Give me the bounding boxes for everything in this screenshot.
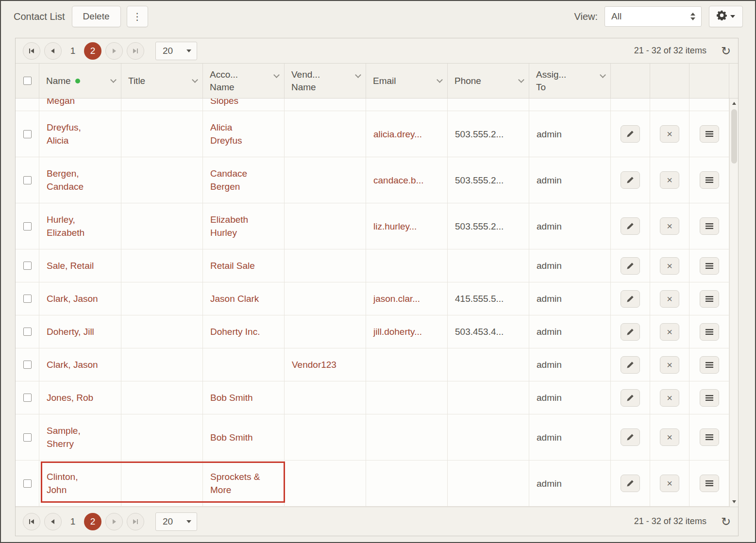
contact-name-link[interactable]: Jones, Rob <box>47 391 93 404</box>
prev-page-button[interactable] <box>44 513 62 530</box>
row-menu-button[interactable] <box>700 257 719 275</box>
page-2-button-current[interactable]: 2 <box>84 42 101 60</box>
refresh-button[interactable]: ↻ <box>721 45 731 57</box>
refresh-button[interactable]: ↻ <box>721 516 731 527</box>
email-link[interactable]: jason.clar... <box>373 292 420 305</box>
edit-button[interactable] <box>621 290 640 308</box>
contact-name-link[interactable]: Megan <box>47 99 75 107</box>
delete-button[interactable]: Delete <box>72 6 121 27</box>
first-page-button[interactable] <box>23 513 40 530</box>
prev-page-button[interactable] <box>44 42 62 60</box>
select-all-checkbox[interactable] <box>23 77 32 85</box>
edit-button[interactable] <box>621 475 640 492</box>
row-checkbox[interactable] <box>23 130 32 138</box>
row-checkbox[interactable] <box>23 176 32 184</box>
email-link[interactable]: candace.b... <box>373 174 424 187</box>
next-page-button[interactable] <box>105 513 123 530</box>
scroll-down-button[interactable] <box>730 497 738 507</box>
last-page-button[interactable] <box>127 513 144 530</box>
edit-button[interactable] <box>621 257 640 275</box>
account-name-link[interactable]: Sprockets & More <box>210 470 260 496</box>
remove-button[interactable]: × <box>660 356 679 374</box>
edit-button[interactable] <box>621 171 640 189</box>
view-select[interactable]: All <box>605 6 702 27</box>
spinner-down-icon[interactable] <box>690 17 695 20</box>
remove-button[interactable]: × <box>660 323 679 341</box>
remove-button[interactable]: × <box>660 171 679 189</box>
row-menu-button[interactable] <box>700 171 719 189</box>
column-header-phone[interactable]: Phone <box>448 64 529 98</box>
row-checkbox[interactable] <box>23 295 32 303</box>
row-menu-button[interactable] <box>700 389 719 407</box>
remove-button[interactable]: × <box>660 290 679 308</box>
row-checkbox[interactable] <box>23 394 32 402</box>
row-checkbox[interactable] <box>23 262 32 270</box>
remove-button[interactable]: × <box>660 125 679 143</box>
edit-button[interactable] <box>621 217 640 235</box>
column-header-email[interactable]: Email <box>366 64 448 98</box>
account-name-link[interactable]: Bob Smith <box>210 431 253 444</box>
account-name-link[interactable]: Slopes <box>210 99 238 107</box>
remove-button[interactable]: × <box>660 428 679 446</box>
contact-name-link[interactable]: Clark, Jason <box>47 292 98 305</box>
spinner-up-icon[interactable] <box>690 13 695 16</box>
contact-name-link[interactable]: Sample, Sherry <box>47 424 81 450</box>
column-header-account-name[interactable]: Acco... Name <box>203 64 285 98</box>
remove-button[interactable]: × <box>660 389 679 407</box>
page-1-button[interactable]: 1 <box>66 46 80 56</box>
first-page-button[interactable] <box>23 42 40 60</box>
last-page-button[interactable] <box>127 42 144 60</box>
contact-name-link[interactable]: Bergen, Candace <box>47 167 84 193</box>
row-menu-button[interactable] <box>700 475 719 492</box>
page-size-select[interactable]: 20 <box>155 42 197 60</box>
account-name-link[interactable]: Elizabeth Hurley <box>210 213 248 239</box>
account-name-link[interactable]: Alicia Dreyfus <box>210 121 242 147</box>
row-menu-button[interactable] <box>700 125 719 143</box>
edit-button[interactable] <box>621 389 640 407</box>
account-name-link[interactable]: Doherty Inc. <box>210 325 260 338</box>
edit-button[interactable] <box>621 428 640 446</box>
account-name-link[interactable]: Jason Clark <box>210 292 259 305</box>
page-2-button-current[interactable]: 2 <box>84 513 101 530</box>
row-menu-button[interactable] <box>700 356 719 374</box>
contact-name-link[interactable]: Dreyfus, Alicia <box>47 121 81 147</box>
column-header-name[interactable]: Name <box>39 64 121 98</box>
remove-button[interactable]: × <box>660 475 679 492</box>
row-checkbox[interactable] <box>23 361 32 369</box>
contact-name-link[interactable]: Clark, Jason <box>47 358 98 371</box>
email-link[interactable]: jill.doherty... <box>373 325 422 338</box>
contact-name-link[interactable]: Clinton, John <box>47 470 78 496</box>
scroll-up-button[interactable] <box>730 99 738 108</box>
row-checkbox[interactable] <box>23 222 32 230</box>
email-link[interactable]: alicia.drey... <box>373 128 422 141</box>
page-size-select[interactable]: 20 <box>155 512 197 531</box>
column-header-title[interactable]: Title <box>121 64 203 98</box>
vendor-name-link[interactable]: Vendor123 <box>292 358 336 371</box>
account-name-link[interactable]: Bob Smith <box>210 391 253 404</box>
edit-button[interactable] <box>621 125 640 143</box>
row-checkbox[interactable] <box>23 328 32 336</box>
next-page-button[interactable] <box>105 42 123 60</box>
kebab-menu-button[interactable]: ⋮ <box>127 6 148 27</box>
column-header-assigned-to[interactable]: Assig... To <box>529 64 611 98</box>
edit-button[interactable] <box>621 323 640 341</box>
email-link[interactable]: liz.hurley... <box>373 220 417 233</box>
row-menu-button[interactable] <box>700 323 719 341</box>
page-1-button[interactable]: 1 <box>66 516 80 527</box>
row-menu-button[interactable] <box>700 217 719 235</box>
row-checkbox[interactable] <box>23 433 32 442</box>
contact-name-link[interactable]: Doherty, Jill <box>47 325 94 338</box>
contact-name-link[interactable]: Sale, Retail <box>47 259 94 272</box>
vertical-scrollbar[interactable] <box>729 99 738 507</box>
edit-button[interactable] <box>621 356 640 374</box>
scrollbar-thumb[interactable] <box>731 109 737 164</box>
row-menu-button[interactable] <box>700 290 719 308</box>
row-checkbox[interactable] <box>23 479 32 488</box>
column-header-vendor-name[interactable]: Vend... Name <box>285 64 366 98</box>
account-name-link[interactable]: Candace Bergen <box>210 167 247 193</box>
contact-name-link[interactable]: Hurley, Elizabeth <box>47 213 84 239</box>
remove-button[interactable]: × <box>660 257 679 275</box>
row-menu-button[interactable] <box>700 428 719 446</box>
remove-button[interactable]: × <box>660 217 679 235</box>
account-name-link[interactable]: Retail Sale <box>210 259 255 272</box>
